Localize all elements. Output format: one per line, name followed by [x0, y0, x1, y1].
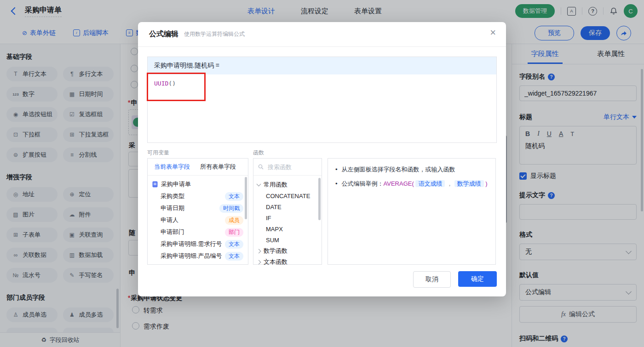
tree-root-label: 采购申请单: [161, 180, 191, 188]
example-field-chip: 语文成绩: [415, 180, 445, 187]
dialog-header: 公式编辑 使用数学运算符编辑公式: [138, 22, 506, 47]
confirm-button[interactable]: 确定: [458, 271, 497, 287]
function-item[interactable]: DATE: [253, 201, 322, 212]
chevron-down-icon: [257, 182, 261, 187]
function-group-label: 文本函数: [264, 258, 288, 266]
example-function-open: AVERAGE(: [384, 180, 414, 187]
functions-label: 函数: [253, 149, 264, 157]
field-row[interactable]: 采购类型文本: [148, 190, 248, 202]
field-row[interactable]: 采购申请明细.产品编号文本: [148, 250, 248, 262]
function-item[interactable]: SUM: [253, 234, 322, 245]
field-row[interactable]: 申请人成员: [148, 214, 248, 226]
field-row[interactable]: 申请部门部门: [148, 226, 248, 238]
function-group-label: 常用函数: [264, 181, 288, 189]
function-search-input[interactable]: [267, 163, 313, 171]
variables-label: 可用变量: [147, 149, 169, 157]
field-type-badge: 文本: [225, 192, 243, 201]
example-comma: ，: [447, 180, 453, 187]
function-item[interactable]: IF: [253, 212, 322, 223]
tree-root[interactable]: 采购申请单: [148, 178, 248, 190]
function-group-common[interactable]: 常用函数: [253, 179, 322, 190]
function-search-row: [253, 159, 322, 176]
example-field-chip: 数学成绩: [454, 180, 484, 187]
functions-panel: 常用函数 CONCATENATE DATE IF MAPX SUM 数学函数 文…: [253, 158, 322, 265]
field-type-badge: 时间戳: [219, 204, 243, 213]
bullet: •: [335, 179, 338, 189]
functions-tree: 常用函数 CONCATENATE DATE IF MAPX SUM 数学函数 文…: [253, 176, 322, 267]
chevron-right-icon: [257, 260, 261, 264]
field-name: 申请日期: [161, 204, 219, 212]
help-panel: • 从左侧面板选择字段名和函数，或输入函数 • 公式编辑举例：AVERAGE( …: [328, 158, 496, 265]
variables-scrollbar[interactable]: [245, 177, 247, 219]
variables-panel: 当前表单字段 所有表单字段 采购申请单 采购类型文本 申请日期时间戳 申请人成员…: [147, 158, 248, 265]
bullet: •: [335, 165, 338, 175]
search-icon: [258, 164, 264, 170]
fields-tree: 采购申请单 采购类型文本 申请日期时间戳 申请人成员 申请部门部门 采购申请明细…: [148, 176, 248, 262]
variables-tabs: 当前表单字段 所有表单字段: [148, 159, 248, 176]
chevron-right-icon: [257, 249, 261, 253]
field-name: 申请部门: [161, 228, 225, 236]
formula-editor-dialog: 公式编辑 使用数学运算符编辑公式 × 采购申请明细.随机码 = UUID() 可…: [138, 22, 506, 296]
field-name: 采购申请明细.产品编号: [161, 252, 225, 260]
field-type-badge: 文本: [225, 240, 243, 249]
field-type-badge: 部门: [225, 228, 243, 237]
field-type-badge: 成员: [225, 216, 243, 225]
tip-line: • 从左侧面板选择字段名和函数，或输入函数: [335, 165, 488, 175]
function-item[interactable]: MAPX: [253, 223, 322, 234]
tab-current-form-fields[interactable]: 当前表单字段: [154, 163, 190, 171]
example-line: • 公式编辑举例：AVERAGE( 语文成绩 ， 数学成绩 ): [335, 179, 488, 189]
field-name: 申请人: [161, 216, 225, 224]
field-name: 采购申请明细.需求行号: [161, 240, 225, 248]
red-annotation-box: [147, 73, 206, 101]
field-row[interactable]: 申请日期时间戳: [148, 202, 248, 214]
function-group-label: 数学函数: [264, 247, 288, 255]
dialog-title: 公式编辑: [149, 29, 178, 39]
field-type-badge: 文本: [225, 252, 243, 261]
field-row[interactable]: 采购申请明细.需求行号文本: [148, 238, 248, 250]
example-function-close: ): [485, 180, 487, 187]
example-label: 公式编辑举例：: [342, 180, 384, 187]
close-icon[interactable]: ×: [490, 28, 496, 38]
tab-all-form-fields[interactable]: 所有表单字段: [200, 163, 236, 171]
dialog-subtitle: 使用数学运算符编辑公式: [184, 30, 245, 38]
function-group-math[interactable]: 数学函数: [253, 245, 322, 256]
document-icon: [152, 181, 158, 188]
functions-scrollbar[interactable]: [318, 178, 321, 220]
tip-text: 从左侧面板选择字段名和函数，或输入函数: [342, 165, 455, 175]
example-text: 公式编辑举例：AVERAGE( 语文成绩 ， 数学成绩 ): [342, 179, 488, 189]
field-name: 采购类型: [161, 192, 225, 200]
function-item[interactable]: CONCATENATE: [253, 190, 322, 201]
form-designer-app: 采购申请单 表单设计 流程设定 表单设置 数据管理 A ? C ⊘: [0, 0, 644, 347]
cancel-button[interactable]: 取消: [413, 271, 451, 288]
formula-target: 采购申请明细.随机码 =: [148, 57, 496, 74]
dialog-footer: 取消 确定: [413, 271, 497, 288]
function-group-text[interactable]: 文本函数: [253, 256, 322, 267]
